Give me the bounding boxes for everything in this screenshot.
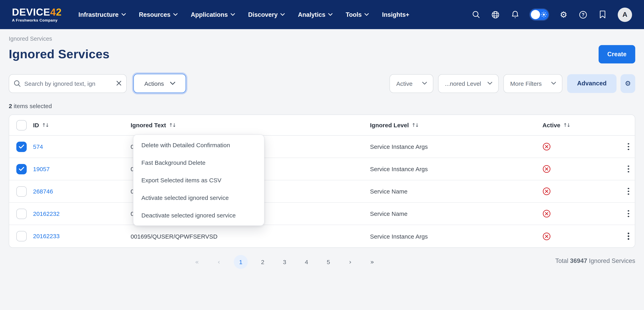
theme-toggle[interactable] [530, 9, 548, 20]
row-menu-kebab-icon[interactable] [624, 143, 632, 150]
filter-ignored-level[interactable]: ...nored Level [438, 74, 499, 93]
nav-discovery[interactable]: Discovery [248, 11, 285, 18]
pagination-prev-icon[interactable]: ‹ [208, 253, 230, 270]
row-id-link[interactable]: 20162233 [33, 233, 60, 239]
chevron-down-icon [121, 13, 126, 16]
top-navbar: DEVICE42 A Freshworks Company Infrastruc… [0, 0, 644, 29]
help-icon[interactable]: ? [579, 10, 588, 19]
table-row: 574 0 Service Instance Args [9, 136, 635, 158]
chevron-down-icon [230, 13, 235, 16]
filter-more-filters[interactable]: More Filters [504, 74, 562, 93]
inactive-status-icon [542, 142, 551, 151]
row-id-link[interactable]: 19057 [33, 165, 50, 172]
chevron-down-icon [551, 82, 556, 85]
menu-item-delete-detailed[interactable]: Delete with Detailed Confirmation [134, 136, 264, 154]
inactive-status-icon [542, 232, 551, 240]
row-checkbox[interactable] [16, 186, 27, 197]
chevron-down-icon [173, 13, 178, 16]
settings-gear-icon[interactable]: ⚙ [559, 10, 568, 19]
pagination: « ‹ 1 2 3 4 5 › » [186, 253, 383, 270]
sort-icon[interactable]: ↑↓ [412, 122, 418, 128]
notifications-bell-icon[interactable] [510, 10, 519, 19]
chevron-down-icon [328, 13, 332, 16]
nav-resources[interactable]: Resources [139, 11, 178, 18]
table-footer: « ‹ 1 2 3 4 5 › » Total 36947 Ignored Se… [9, 248, 635, 280]
row-checkbox[interactable] [16, 231, 27, 241]
inactive-status-icon [542, 187, 551, 196]
sort-icon[interactable]: ↑↓ [169, 122, 176, 128]
nav-infrastructure[interactable]: Infrastructure [78, 11, 126, 18]
table-row: 19057 0 Service Instance Args [9, 158, 635, 180]
pagination-last-icon[interactable]: » [361, 253, 383, 270]
toggle-knob-icon [531, 10, 540, 19]
pagination-page-4[interactable]: 4 [296, 253, 318, 270]
pagination-first-icon[interactable]: « [186, 253, 208, 270]
nav-insights[interactable]: Insights+ [382, 11, 409, 18]
menu-item-deactivate[interactable]: Deactivate selected ignored service [134, 206, 264, 224]
search-icon[interactable] [472, 10, 480, 19]
search-box [9, 74, 127, 93]
chevron-down-icon [280, 13, 285, 16]
menu-item-export-csv[interactable]: Export Selected items as CSV [134, 171, 264, 189]
page-title: Ignored Services [9, 47, 110, 61]
table-header-row: ID↑↓ Ignored Text↑↓ Ignored Level↑↓ Acti… [9, 115, 635, 136]
row-ignored-text: 001695/QUSER/QPWFSERVSD [131, 233, 370, 240]
logo-wordmark: DEVICE42 [12, 7, 62, 17]
pagination-page-1[interactable]: 1 [230, 253, 252, 270]
row-checkbox[interactable] [16, 141, 27, 152]
user-avatar[interactable]: A [618, 7, 632, 22]
create-button[interactable]: Create [598, 45, 635, 63]
row-checkbox[interactable] [16, 164, 27, 174]
row-id-link[interactable]: 20162232 [33, 210, 60, 217]
sort-icon[interactable]: ↑↓ [563, 122, 570, 128]
row-menu-kebab-icon[interactable] [624, 210, 632, 217]
row-ignored-level: Service Instance Args [370, 233, 542, 240]
sort-icon[interactable]: ↑↓ [42, 122, 48, 128]
row-id-link[interactable]: 574 [33, 143, 43, 150]
inactive-status-icon [542, 209, 551, 218]
advanced-button[interactable]: Advanced [567, 74, 616, 93]
table-settings-button[interactable]: ⚙ [620, 74, 635, 93]
device42-logo[interactable]: DEVICE42 A Freshworks Company [12, 7, 62, 22]
select-all-checkbox[interactable] [16, 120, 27, 130]
nav-applications[interactable]: Applications [191, 11, 235, 18]
row-menu-kebab-icon[interactable] [624, 233, 632, 240]
column-header-ignored-level[interactable]: Ignored Level↑↓ [370, 122, 542, 128]
column-header-ignored-text[interactable]: Ignored Text↑↓ [131, 122, 370, 128]
table-row: 268746 000000/QSYS/SCPF Service Name [9, 180, 635, 203]
row-ignored-level: Service Instance Args [370, 166, 542, 172]
globe-icon[interactable] [491, 10, 500, 19]
column-header-active[interactable]: Active↑↓ [542, 122, 624, 128]
navbar-actions: ⚙ ? A [472, 7, 632, 22]
bookmark-icon[interactable] [598, 10, 607, 19]
row-checkbox[interactable] [16, 209, 27, 219]
clear-search-icon[interactable] [116, 80, 122, 86]
check-icon [19, 167, 24, 171]
pagination-next-icon[interactable]: › [339, 253, 361, 270]
row-ignored-level: Service Instance Args [370, 143, 542, 150]
row-ignored-level: Service Name [370, 188, 542, 195]
chevron-down-icon [422, 82, 427, 85]
actions-dropdown-button[interactable]: Actions [134, 74, 186, 93]
row-ignored-level: Service Name [370, 210, 542, 217]
search-input[interactable] [9, 74, 127, 93]
nav-analytics[interactable]: Analytics [298, 11, 332, 18]
menu-item-fast-delete[interactable]: Fast Background Delete [134, 154, 264, 172]
row-menu-kebab-icon[interactable] [624, 188, 632, 195]
search-icon [14, 80, 21, 87]
pagination-page-2[interactable]: 2 [252, 253, 274, 270]
chevron-down-icon [364, 13, 369, 16]
main-nav: Infrastructure Resources Applications Di… [78, 11, 410, 18]
breadcrumb[interactable]: Ignored Services [9, 29, 635, 42]
column-header-id[interactable]: ID↑↓ [33, 122, 131, 128]
row-menu-kebab-icon[interactable] [624, 166, 632, 173]
nav-tools[interactable]: Tools [346, 11, 369, 18]
pagination-page-5[interactable]: 5 [318, 253, 339, 270]
gear-icon: ⚙ [625, 79, 631, 87]
row-id-link[interactable]: 268746 [33, 188, 53, 195]
pagination-page-3[interactable]: 3 [274, 253, 296, 270]
page-content: Ignored Services Ignored Services Create… [0, 29, 644, 280]
table-row: 20162233 001695/QUSER/QPWFSERVSD Service… [9, 225, 635, 247]
filter-active[interactable]: Active [390, 74, 433, 93]
menu-item-activate[interactable]: Activate selected ignored service [134, 189, 264, 207]
